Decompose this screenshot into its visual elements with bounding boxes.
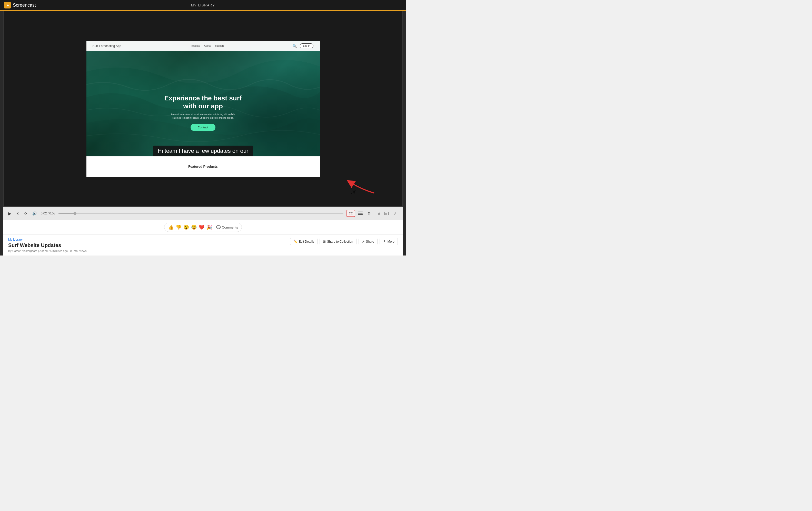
collection-icon: ⊞ [323, 240, 326, 243]
cursor-hand: ☞ [350, 187, 357, 197]
share-button[interactable]: ↗ Share [358, 238, 378, 245]
pip-button[interactable] [374, 210, 381, 217]
svg-rect-3 [358, 214, 362, 215]
surprised-button[interactable]: 😮 [183, 224, 189, 230]
surf-nav-about: About [204, 45, 210, 47]
surf-contact-button[interactable]: Contact [191, 124, 215, 131]
progress-bar[interactable] [58, 213, 343, 214]
breadcrumb-link[interactable]: My Library [8, 238, 87, 241]
surf-login-button: Log In [300, 44, 314, 48]
below-video-area: 👍 👎 😮 😂 ❤️ 🎉 💬 Comments My Library Surf … [3, 220, 403, 255]
edit-details-button[interactable]: ✏️ Edit Details [290, 238, 318, 245]
red-arrow-annotation [346, 179, 377, 195]
surf-website-mockup: Surf Forecasting App Products About Supp… [86, 41, 320, 177]
controls-right: CC ⚙ ⤢ [347, 210, 399, 217]
more-button[interactable]: ⋮ More [380, 238, 398, 245]
surf-nav-bar: Surf Forecasting App Products About Supp… [86, 41, 320, 51]
fullscreen-button[interactable]: ⤢ [392, 210, 399, 217]
surf-hero-content: Experience the best surfwith our app Lor… [165, 94, 242, 131]
surf-hero-subtitle: Lorem ipsum dolor sit amet, consectetur … [167, 113, 239, 120]
replay-button[interactable]: ⟲ [16, 211, 20, 216]
forward-button[interactable]: ⟳ [23, 211, 28, 216]
logo-icon [4, 2, 11, 8]
app-logo[interactable]: Screencast [4, 2, 36, 8]
surf-brand: Surf Forecasting App [93, 44, 121, 48]
captions-overlay: Hi team I have a few updates on our [153, 145, 253, 156]
play-button[interactable]: ▶ [7, 210, 12, 217]
svg-rect-1 [358, 212, 362, 212]
comments-button[interactable]: 💬 Comments [216, 225, 238, 229]
laugh-button[interactable]: 😂 [191, 224, 197, 230]
heart-button[interactable]: ❤️ [199, 224, 204, 230]
caption-text: Hi team I have a few updates on our [153, 145, 253, 156]
top-navigation: Screencast MY LIBRARY [0, 0, 406, 11]
surf-hero-title: Experience the best surfwith our app [165, 94, 242, 110]
edit-icon: ✏️ [293, 240, 297, 243]
progress-fill [58, 213, 76, 214]
video-title: Surf Website Updates [8, 242, 87, 248]
surf-nav-products: Products [190, 45, 200, 47]
video-screen[interactable]: Surf Forecasting App Products About Supp… [86, 41, 320, 177]
video-actions: ✏️ Edit Details ⊞ Share to Collection ↗ … [290, 238, 398, 245]
comment-icon: 💬 [216, 225, 221, 229]
svg-rect-2 [358, 213, 362, 214]
chapters-button[interactable] [357, 210, 364, 217]
svg-rect-7 [385, 213, 387, 215]
reaction-bar: 👍 👎 😮 😂 ❤️ 🎉 💬 Comments [3, 220, 403, 235]
main-content: Surf Forecasting App Products About Supp… [0, 11, 406, 255]
thumbs-up-button[interactable]: 👍 [168, 224, 174, 230]
more-icon: ⋮ [383, 240, 386, 243]
surf-nav-right: 🔍 Log In [292, 44, 314, 48]
nav-title: MY LIBRARY [191, 3, 215, 7]
settings-button[interactable]: ⚙ [366, 210, 373, 217]
share-collection-button[interactable]: ⊞ Share to Collection [320, 238, 356, 245]
cc-button[interactable]: CC [347, 210, 355, 217]
time-display: 0:02 / 0:53 [41, 212, 55, 215]
reaction-buttons-group: 👍 👎 😮 😂 ❤️ 🎉 💬 Comments [164, 223, 242, 232]
video-meta: By Carson Vestergaard | Added 25 minutes… [8, 249, 87, 252]
mini-player-button[interactable] [383, 210, 390, 217]
share-icon: ↗ [362, 240, 365, 243]
video-info-left: My Library Surf Website Updates By Carso… [8, 238, 87, 252]
celebrate-button[interactable]: 🎉 [206, 224, 212, 230]
surf-search-icon: 🔍 [292, 44, 297, 48]
volume-button[interactable]: 🔊 [31, 210, 38, 216]
video-controls-bar: ▶ ⟲ ⟳ 🔊 0:02 / 0:53 CC ⚙ ⤢ [3, 207, 403, 220]
svg-rect-5 [378, 213, 380, 215]
surf-nav-links: Products About Support [190, 45, 224, 47]
surf-featured-products: Featured Products [86, 156, 320, 177]
video-container: Surf Forecasting App Products About Supp… [3, 11, 403, 207]
app-name: Screencast [13, 3, 36, 8]
thumbs-down-button[interactable]: 👎 [176, 224, 181, 230]
surf-nav-support: Support [215, 45, 224, 47]
video-info-section: My Library Surf Website Updates By Carso… [3, 235, 403, 255]
